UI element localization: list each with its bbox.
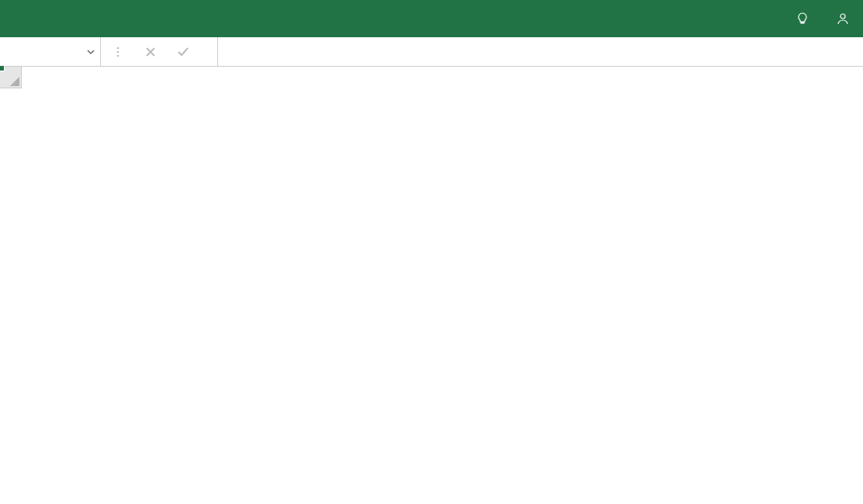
- svg-point-0: [840, 14, 845, 19]
- chevron-down-icon[interactable]: [85, 46, 97, 58]
- lightbulb-icon: [796, 12, 809, 25]
- formula-input[interactable]: [218, 37, 863, 66]
- svg-point-1: [117, 47, 120, 49]
- select-all-corner[interactable]: [0, 67, 22, 88]
- name-box-container: [0, 37, 101, 66]
- formula-buttons: [101, 37, 218, 66]
- tell-me[interactable]: [784, 12, 827, 25]
- cancel-icon[interactable]: [143, 44, 158, 60]
- dots-icon[interactable]: [110, 44, 126, 60]
- svg-point-2: [117, 50, 120, 53]
- person-icon: [837, 12, 849, 25]
- spreadsheet-grid[interactable]: [0, 67, 863, 504]
- formula-bar: [0, 37, 863, 67]
- check-icon[interactable]: [175, 44, 191, 60]
- ribbon: [0, 0, 863, 37]
- svg-point-3: [117, 54, 120, 57]
- share-button[interactable]: [827, 12, 863, 25]
